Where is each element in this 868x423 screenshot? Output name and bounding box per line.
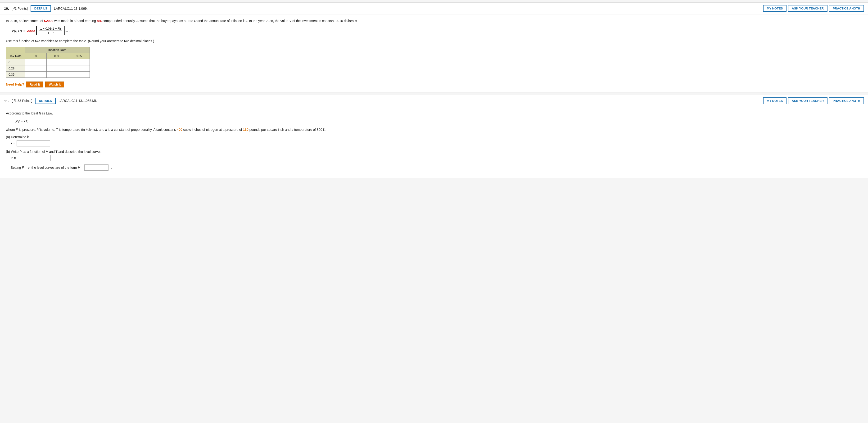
q10-table: Inflation Rate Tax Rate 0 0.03 0.05 0 xyxy=(6,47,90,78)
q11-level-curve-input-box xyxy=(84,164,108,171)
q10-exponent: 10 xyxy=(65,29,68,32)
q11-period: . xyxy=(111,165,112,170)
q10-input-2-0[interactable] xyxy=(28,73,44,76)
q10-details-button[interactable]: DETAILS xyxy=(31,5,51,11)
q10-table-container: Inflation Rate Tax Rate 0 0.03 0.05 0 xyxy=(6,47,862,78)
q11-p-input-box xyxy=(17,155,51,161)
q10-my-notes-button[interactable]: MY NOTES xyxy=(763,5,787,12)
q10-bracket-expr: 1 + 0.08(1 − R) 1 + I xyxy=(36,26,65,35)
question-10: 10. [-/1 Points] DETAILS LARCALC11 13.1.… xyxy=(0,2,868,92)
q10-header-buttons: MY NOTES ASK YOUR TEACHER PRACTICE ANOTH xyxy=(763,5,864,12)
q10-cell-1-0 xyxy=(25,65,47,71)
q11-cubic-inches: 400 xyxy=(177,128,182,131)
q10-ask-teacher-button[interactable]: ASK YOUR TEACHER xyxy=(788,5,828,12)
q11-p-label: P = xyxy=(11,156,16,160)
q10-cell-2-0 xyxy=(25,71,47,78)
q11-pressure: 130 xyxy=(243,128,249,131)
q10-cell-0-0 xyxy=(25,59,47,65)
q10-period: . xyxy=(68,29,70,33)
q10-input-1-1[interactable] xyxy=(49,67,66,70)
q10-input-0-0[interactable] xyxy=(28,60,44,64)
q10-rate: 8% xyxy=(97,19,102,23)
q11-part-a: (a) Determine k. k = xyxy=(6,135,862,147)
q11-my-notes-button[interactable]: MY NOTES xyxy=(763,97,787,104)
q11-k-equation: k = xyxy=(11,140,50,147)
q10-formula-lhs: V(I, R) xyxy=(11,29,22,33)
q10-cell-1-2 xyxy=(68,65,90,71)
q11-ask-teacher-button[interactable]: ASK YOUR TEACHER xyxy=(788,97,828,104)
q10-formula: V(I, R) = 2000 1 + 0.08(1 − R) 1 + I 10 … xyxy=(11,26,862,35)
q11-k-input-box xyxy=(17,140,50,147)
q11-intro: According to the Ideal Gas Law, xyxy=(6,111,862,116)
q10-need-help: Need Help? Read It Watch It xyxy=(6,82,862,87)
q11-p-equation: P = xyxy=(11,155,51,161)
q11-k-label: k = xyxy=(11,142,15,145)
q11-number: 11. xyxy=(4,99,9,103)
q10-read-it-button[interactable]: Read It xyxy=(26,82,43,87)
table-row: 0 xyxy=(6,59,90,65)
q10-table-corner xyxy=(6,47,25,53)
q11-equation: PV = kT, xyxy=(16,119,862,124)
q10-row-label-1: 0.28 xyxy=(6,65,25,71)
question-11: 11. [-/1.33 Points] DETAILS LARCALC11 13… xyxy=(0,95,868,178)
q10-cell-0-1 xyxy=(47,59,68,65)
q10-investment-value: $2000 xyxy=(44,19,53,23)
q11-part-a-label: (a) Determine k. xyxy=(6,135,862,139)
q11-practice-button[interactable]: PRACTICE ANOTH xyxy=(829,97,864,104)
q10-col-1: 0.03 xyxy=(47,53,68,59)
q10-row-header: Tax Rate xyxy=(6,53,25,59)
q11-level-curve-eq: Setting P = c, the level curves are of t… xyxy=(11,164,112,171)
q10-col-header: Inflation Rate xyxy=(25,47,90,53)
question-10-header: 10. [-/1 Points] DETAILS LARCALC11 13.1.… xyxy=(0,3,868,14)
q10-input-2-1[interactable] xyxy=(49,73,66,76)
q10-body: In 2016, an investment of $2000 was made… xyxy=(0,14,868,92)
q10-number: 10. xyxy=(4,6,9,10)
q11-p-input[interactable] xyxy=(17,155,51,161)
q10-col-0: 0 xyxy=(25,53,47,59)
q10-formula-multiplier: 2000 xyxy=(27,29,35,33)
table-row: 0.35 xyxy=(6,71,90,78)
q10-row-label-2: 0.35 xyxy=(6,71,25,78)
q10-col-2: 0.05 xyxy=(68,53,90,59)
q10-table-instruction: Use this function of two variables to co… xyxy=(6,38,862,43)
q10-practice-button[interactable]: PRACTICE ANOTH xyxy=(829,5,864,12)
q10-input-2-2[interactable] xyxy=(71,73,87,76)
q10-watch-it-button[interactable]: Watch It xyxy=(45,82,64,87)
q11-body: According to the Ideal Gas Law, PV = kT,… xyxy=(0,107,868,178)
q10-points: [-/1 Points] xyxy=(12,7,28,10)
q11-part-b: (b) Write P as a function of V and T and… xyxy=(6,150,862,161)
q11-details-button[interactable]: DETAILS xyxy=(35,98,56,104)
q10-input-1-2[interactable] xyxy=(71,67,87,70)
q10-cell-1-1 xyxy=(47,65,68,71)
q10-denominator: 1 + I xyxy=(46,31,55,35)
q10-fraction: 1 + 0.08(1 − R) 1 + I xyxy=(39,27,62,35)
table-row: 0.28 xyxy=(6,65,90,71)
q10-input-0-2[interactable] xyxy=(71,60,87,64)
q11-level-curve-input[interactable] xyxy=(85,165,108,171)
q10-cell-2-1 xyxy=(47,71,68,78)
q10-intro-text: In 2016, an investment of $2000 was made… xyxy=(6,18,862,24)
q10-cell-2-2 xyxy=(68,71,90,78)
q11-k-input[interactable] xyxy=(17,141,50,146)
q10-input-0-1[interactable] xyxy=(49,60,66,64)
q10-row-label-0: 0 xyxy=(6,59,25,65)
q11-part-b-label: (b) Write P as a function of V and T and… xyxy=(6,150,862,154)
q10-cell-0-2 xyxy=(68,59,90,65)
q11-description: where P is pressure, V is volume, T is t… xyxy=(6,127,862,132)
q11-points: [-/1.33 Points] xyxy=(12,99,32,102)
q10-numerator: 1 + 0.08(1 − R) xyxy=(39,27,62,31)
q11-level-curve-label: Setting P = c, the level curves are of t… xyxy=(11,165,83,170)
q11-section-code: LARCALC11 13.1.085.MI. xyxy=(59,99,763,102)
q10-input-1-0[interactable] xyxy=(28,67,44,70)
q11-header-buttons: MY NOTES ASK YOUR TEACHER PRACTICE ANOTH xyxy=(763,97,864,104)
q10-section-code: LARCALC11 13.1.069. xyxy=(54,7,763,10)
question-11-header: 11. [-/1.33 Points] DETAILS LARCALC11 13… xyxy=(0,95,868,107)
q10-need-help-label: Need Help? xyxy=(6,83,24,86)
q11-level-curve: Setting P = c, the level curves are of t… xyxy=(11,164,862,171)
